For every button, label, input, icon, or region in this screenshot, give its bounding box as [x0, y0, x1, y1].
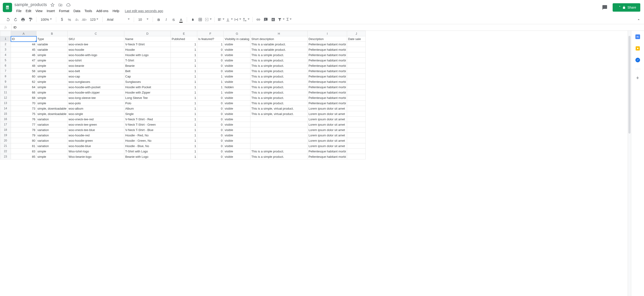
- row-header[interactable]: 17: [0, 122, 11, 127]
- cell[interactable]: Name: [124, 36, 171, 42]
- cell[interactable]: Beanie with Logo: [124, 154, 171, 160]
- cell[interactable]: Date sale: [347, 36, 366, 42]
- cell[interactable]: 83: [11, 149, 36, 154]
- cell[interactable]: woo-cap: [68, 74, 124, 79]
- row-header[interactable]: 20: [0, 138, 11, 143]
- cell[interactable]: Lorem ipsum dolor sit amet: [308, 138, 347, 143]
- format-percent-button[interactable]: %: [66, 17, 72, 23]
- cell[interactable]: 68: [11, 95, 36, 100]
- vertical-scrollbar[interactable]: [628, 31, 631, 296]
- column-header-F[interactable]: F: [197, 31, 224, 36]
- cell[interactable]: 1: [197, 84, 224, 90]
- row-header[interactable]: 14: [0, 106, 11, 111]
- cell[interactable]: V-Neck T-Shirt - Blue: [124, 127, 171, 133]
- cell[interactable]: 0: [197, 149, 224, 154]
- cell[interactable]: woo-long-sleeve-tee: [68, 95, 124, 100]
- cell[interactable]: V-Neck T-Shirt - Green: [124, 122, 171, 127]
- cell[interactable]: visible: [224, 138, 250, 143]
- cell[interactable]: This is a simple, virtual product.: [250, 106, 308, 111]
- font-family-select[interactable]: Arial: [106, 17, 131, 23]
- text-wrap-button[interactable]: [234, 17, 241, 23]
- cell[interactable]: visible: [224, 122, 250, 127]
- cell[interactable]: 75: [11, 111, 36, 117]
- zoom-select[interactable]: 100%: [39, 17, 53, 23]
- cell[interactable]: simple: [36, 95, 68, 100]
- insert-comment-button[interactable]: [263, 17, 269, 23]
- cell[interactable]: simple: [36, 154, 68, 160]
- cell[interactable]: 60: [11, 74, 36, 79]
- increase-decimal-button[interactable]: .00↑: [81, 17, 87, 23]
- cell[interactable]: [347, 90, 366, 95]
- text-color-button[interactable]: A: [178, 17, 184, 23]
- cell[interactable]: variable: [36, 47, 68, 52]
- column-header-E[interactable]: E: [171, 31, 197, 36]
- last-edit-link[interactable]: Last edit was seconds ago: [123, 8, 165, 14]
- cell[interactable]: This is a simple product.: [250, 84, 308, 90]
- cell[interactable]: This is a simple product.: [250, 68, 308, 74]
- cell[interactable]: Pellentesque habitant morbi: [308, 149, 347, 154]
- cell[interactable]: woo-hoodie-red: [68, 133, 124, 138]
- cell[interactable]: Short description: [250, 36, 308, 42]
- cell[interactable]: visible: [224, 95, 250, 100]
- cell[interactable]: [347, 122, 366, 127]
- redo-button[interactable]: [12, 17, 18, 23]
- comments-button[interactable]: [600, 3, 609, 12]
- menu-format[interactable]: Format: [57, 8, 71, 14]
- cell[interactable]: This is a variable product.: [250, 47, 308, 52]
- cell[interactable]: woo-belt: [68, 68, 124, 74]
- cell[interactable]: Belt: [124, 68, 171, 74]
- cell[interactable]: woo-vneck-tee: [68, 42, 124, 47]
- cell[interactable]: visible: [224, 117, 250, 122]
- row-header[interactable]: 15: [0, 111, 11, 117]
- cell[interactable]: 1: [171, 138, 197, 143]
- column-header-G[interactable]: G: [224, 31, 250, 36]
- cell[interactable]: woo-vneck-tee-red: [68, 117, 124, 122]
- cell[interactable]: 78: [11, 127, 36, 133]
- cell[interactable]: Pellentesque habitant morbi: [308, 79, 347, 84]
- cell[interactable]: 85: [11, 154, 36, 160]
- calendar-addon-icon[interactable]: [635, 34, 640, 40]
- cell[interactable]: 0: [197, 58, 224, 63]
- cell[interactable]: Long Sleeve Tee: [124, 95, 171, 100]
- row-header[interactable]: 1: [0, 36, 11, 42]
- cell[interactable]: 1: [171, 117, 197, 122]
- cell[interactable]: visible: [224, 133, 250, 138]
- column-header-I[interactable]: I: [308, 31, 347, 36]
- cell[interactable]: visible: [224, 63, 250, 68]
- cell[interactable]: This is a simple product.: [250, 58, 308, 63]
- cell[interactable]: Hoodie: [124, 47, 171, 52]
- column-header-J[interactable]: J: [347, 31, 366, 36]
- cell[interactable]: simple: [36, 90, 68, 95]
- cell[interactable]: simple: [36, 63, 68, 68]
- cell[interactable]: Lorem ipsum dolor sit amet: [308, 133, 347, 138]
- undo-button[interactable]: [5, 17, 11, 23]
- cell[interactable]: 80: [11, 138, 36, 143]
- cell[interactable]: visible: [224, 100, 250, 106]
- cell[interactable]: [347, 95, 366, 100]
- cell[interactable]: 0: [197, 111, 224, 117]
- cell[interactable]: [347, 138, 366, 143]
- cell[interactable]: Type: [36, 36, 68, 42]
- cell[interactable]: woo-polo: [68, 100, 124, 106]
- cell[interactable]: variation: [36, 138, 68, 143]
- cell[interactable]: 0: [197, 106, 224, 111]
- italic-button[interactable]: I: [163, 17, 169, 23]
- row-header[interactable]: 9: [0, 79, 11, 84]
- cell[interactable]: Pellentesque habitant morbi: [308, 42, 347, 47]
- cell[interactable]: This is a simple product.: [250, 154, 308, 160]
- cell[interactable]: Pellentesque habitant morbi: [308, 154, 347, 160]
- column-header-A[interactable]: A: [11, 31, 36, 36]
- cell[interactable]: simple: [36, 149, 68, 154]
- cell[interactable]: 1: [171, 79, 197, 84]
- cell[interactable]: Pellentesque habitant morbi: [308, 63, 347, 68]
- cell[interactable]: 1: [171, 52, 197, 58]
- cell[interactable]: 0: [197, 133, 224, 138]
- cell[interactable]: 1: [197, 74, 224, 79]
- bold-button[interactable]: B: [156, 17, 162, 23]
- cell[interactable]: 73: [11, 106, 36, 111]
- menu-help[interactable]: Help: [111, 8, 121, 14]
- cell[interactable]: Album: [124, 106, 171, 111]
- cell[interactable]: woo-hoodie-with-pocket: [68, 84, 124, 90]
- cell[interactable]: [347, 79, 366, 84]
- cell[interactable]: [347, 58, 366, 63]
